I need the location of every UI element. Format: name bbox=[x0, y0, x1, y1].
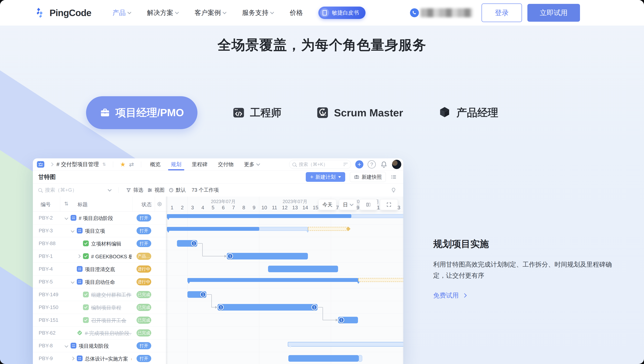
breadcrumb-title[interactable]: # 交付型项目管理 bbox=[56, 161, 99, 168]
dependency-count-badge[interactable]: 1 bbox=[227, 253, 233, 259]
login-button[interactable]: 登录 bbox=[482, 4, 522, 22]
new-plan-button[interactable]: + 新建计划 bbox=[306, 172, 345, 182]
row-expand-caret[interactable] bbox=[77, 254, 80, 258]
table-row-PBY-1[interactable]: PBY-1# GEEKBOOKS 极…产品… bbox=[33, 250, 166, 263]
status-badge[interactable]: 打开 bbox=[136, 240, 151, 247]
row-expand-caret[interactable] bbox=[71, 357, 74, 360]
row-expand-caret[interactable] bbox=[71, 229, 74, 232]
row-expand-caret[interactable] bbox=[64, 216, 68, 220]
table-row-PBY-150[interactable]: PBY-150编制项目章程已完成 bbox=[33, 301, 166, 314]
workitem-title[interactable]: 编制项目章程 bbox=[91, 304, 121, 311]
table-row-PBY-151[interactable]: PBY-151召开项目开工会已完成 bbox=[33, 314, 166, 327]
workitem-title[interactable]: 项目立项 bbox=[85, 228, 105, 235]
table-row-PBY-149[interactable]: PBY-149组建交付群和工作台已完成 bbox=[33, 288, 166, 301]
status-badge[interactable]: 已完成 bbox=[136, 304, 151, 311]
workitem-title[interactable]: # 项目启动阶段 bbox=[79, 215, 113, 222]
status-badge[interactable]: 已完成 bbox=[136, 317, 151, 324]
view-list-icon[interactable] bbox=[390, 174, 397, 180]
table-row-PBY-5[interactable]: PBY-5项目启动任命进行中 bbox=[33, 275, 166, 288]
workitem-title[interactable]: 组建交付群和工作台 bbox=[91, 292, 132, 298]
gantt-bar-task[interactable] bbox=[218, 304, 318, 311]
status-badge[interactable]: 打开 bbox=[136, 214, 151, 222]
table-row-PBY-3[interactable]: PBY-3项目立项打开 bbox=[33, 224, 166, 237]
role-tab-1[interactable]: 工程师 bbox=[232, 106, 282, 120]
table-row-PBY-9[interactable]: PBY-9总体设计=实施方案（…打开 bbox=[33, 352, 166, 364]
dependency-count-badge[interactable]: 1 bbox=[311, 304, 317, 310]
workitem-title[interactable]: 召开项目开工会 bbox=[91, 317, 126, 324]
notification-bell-icon[interactable] bbox=[380, 160, 388, 168]
app-tab-3[interactable]: 交付物 bbox=[218, 158, 234, 170]
app-tab-0[interactable]: 概览 bbox=[150, 158, 160, 170]
gantt-search-input[interactable]: 搜索（⌘+G） bbox=[38, 187, 102, 194]
user-avatar[interactable] bbox=[392, 160, 401, 169]
column-header-status[interactable]: 状态 bbox=[132, 201, 152, 208]
dependency-count-badge[interactable]: 1 bbox=[200, 292, 206, 297]
free-trial-link[interactable]: 免费试用 bbox=[433, 291, 466, 300]
status-badge[interactable]: 进行中 bbox=[136, 265, 151, 273]
table-row-PBY-8[interactable]: PBY-8项目规划阶段打开 bbox=[33, 339, 166, 352]
status-badge[interactable]: 已完成 bbox=[136, 329, 151, 336]
gantt-bar-tasklight[interactable] bbox=[359, 355, 362, 362]
status-badge[interactable]: 已完成 bbox=[136, 291, 151, 298]
gantt-bar-task[interactable] bbox=[268, 266, 338, 272]
row-expand-caret[interactable] bbox=[64, 344, 68, 347]
title-sort-icon[interactable]: ⇅ bbox=[102, 162, 106, 167]
nav-item-0[interactable]: 产品 bbox=[112, 8, 131, 17]
row-expand-caret[interactable] bbox=[71, 280, 74, 283]
status-badge[interactable]: 打开 bbox=[136, 227, 151, 234]
workitem-title[interactable]: 总体设计=实施方案（… bbox=[85, 355, 132, 362]
column-settings-icon[interactable] bbox=[157, 201, 162, 207]
table-row-PBY-62[interactable]: PBY-62# 完成项目启动阶段…已完成 bbox=[33, 326, 166, 339]
table-row-PBY-4[interactable]: PBY-4项目澄清交底进行中 bbox=[33, 263, 166, 276]
nav-item-4[interactable]: 价格 bbox=[290, 8, 303, 17]
scale-select[interactable]: 日 bbox=[339, 199, 357, 210]
gantt-bar-light[interactable] bbox=[351, 214, 403, 218]
nav-item-2[interactable]: 客户案例 bbox=[194, 8, 226, 17]
gantt-bar-dashed[interactable] bbox=[308, 227, 348, 231]
search-scope-chevron-icon[interactable] bbox=[108, 188, 112, 192]
table-row-PBY-88[interactable]: PBY-88立项材料编辑打开 bbox=[33, 237, 166, 250]
status-badge[interactable]: 产品… bbox=[136, 253, 151, 260]
pingcode-logo[interactable]: PingCode bbox=[34, 7, 91, 19]
status-badge[interactable]: 打开 bbox=[136, 355, 151, 362]
new-snapshot-button[interactable]: 新建快照 bbox=[350, 172, 386, 182]
dependency-count-badge[interactable]: 1 bbox=[338, 317, 344, 323]
fullscreen-button[interactable] bbox=[380, 199, 398, 210]
app-tab-2[interactable]: 里程碑 bbox=[192, 158, 208, 170]
workitem-title[interactable]: 项目启动任命 bbox=[85, 279, 115, 286]
swap-icon[interactable]: ⇄ bbox=[129, 161, 134, 168]
try-now-button[interactable]: 立即试用 bbox=[528, 4, 580, 22]
global-search-input[interactable]: 搜索（⌘+K） bbox=[289, 160, 351, 169]
help-icon[interactable]: ? bbox=[368, 160, 376, 168]
workitem-title[interactable]: 项目规划阶段 bbox=[79, 343, 109, 349]
gantt-bar-sumlight[interactable] bbox=[288, 342, 403, 346]
filter-button[interactable]: 筛选 bbox=[126, 187, 143, 194]
dependency-count-badge[interactable]: 1 bbox=[191, 241, 197, 246]
whitepaper-badge[interactable]: 敏捷白皮书 bbox=[318, 7, 366, 19]
nav-item-3[interactable]: 服务支持 bbox=[242, 8, 274, 17]
gantt-bar-dashed[interactable] bbox=[358, 278, 403, 282]
gantt-bar-task[interactable] bbox=[288, 355, 359, 362]
gantt-bar-solid[interactable] bbox=[188, 278, 358, 282]
workitem-title[interactable]: # 完成项目启动阶段… bbox=[85, 330, 132, 337]
gantt-bar-task[interactable] bbox=[227, 253, 308, 259]
today-button[interactable]: 今天 bbox=[318, 199, 336, 210]
default-view-button[interactable]: 默认 bbox=[168, 187, 186, 194]
workitem-title[interactable]: # GEEKBOOKS 极… bbox=[91, 253, 132, 260]
gantt-bar-solid[interactable] bbox=[167, 227, 259, 231]
role-tab-3[interactable]: 产品经理 bbox=[438, 106, 498, 120]
role-tab-0[interactable]: 项目经理/PMO bbox=[86, 96, 198, 129]
app-tab-1[interactable]: 规划 bbox=[171, 158, 182, 170]
lightbulb-icon[interactable] bbox=[391, 187, 396, 193]
app-tab-4[interactable]: 更多 bbox=[244, 158, 260, 170]
create-button[interactable]: + bbox=[355, 160, 364, 168]
nav-item-1[interactable]: 解决方案 bbox=[147, 8, 178, 17]
split-view-button[interactable] bbox=[360, 199, 377, 210]
view-settings-button[interactable]: 视图 bbox=[147, 187, 164, 194]
favorite-star-icon[interactable]: ★ bbox=[120, 161, 126, 168]
gantt-bar-solid[interactable] bbox=[167, 214, 351, 218]
status-badge[interactable]: 进行中 bbox=[136, 278, 151, 285]
workitem-title[interactable]: 立项材料编辑 bbox=[91, 241, 121, 247]
table-row-PBY-2[interactable]: PBY-2# 项目启动阶段打开 bbox=[33, 212, 166, 224]
column-header-title[interactable]: 标题 bbox=[33, 201, 132, 208]
